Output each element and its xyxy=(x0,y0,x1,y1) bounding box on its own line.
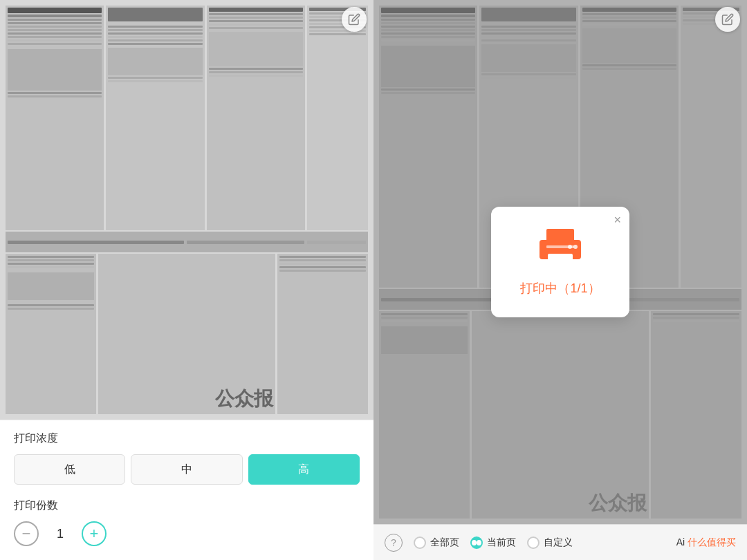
left-edit-button[interactable] xyxy=(342,7,367,32)
print-icon xyxy=(533,227,588,269)
radio-custom[interactable]: 自定义 xyxy=(527,536,573,549)
radio-current-page[interactable]: 当前页 xyxy=(470,536,516,549)
radio-current-label: 当前页 xyxy=(487,536,516,549)
density-low-button[interactable]: 低 xyxy=(14,454,125,485)
right-panel: 公众报 × xyxy=(374,0,747,560)
print-dialog: × 打印中（1/1） xyxy=(491,207,629,317)
radio-custom-circle xyxy=(527,536,540,549)
density-mid-button[interactable]: 中 xyxy=(131,454,242,485)
left-newspaper-preview: 公众报 xyxy=(0,0,374,420)
print-status-text: 打印中（1/1） xyxy=(520,280,600,297)
help-button[interactable]: ? xyxy=(385,534,403,552)
right-edit-button[interactable] xyxy=(715,7,740,32)
dialog-close-button[interactable]: × xyxy=(614,214,621,226)
density-label: 打印浓度 xyxy=(14,431,360,446)
density-buttons-group: 低 中 高 xyxy=(14,454,360,485)
svg-rect-0 xyxy=(546,229,574,241)
radio-current-circle xyxy=(470,536,483,549)
copies-decrease-button[interactable]: − xyxy=(14,521,39,546)
radio-custom-label: 自定义 xyxy=(544,536,573,549)
copies-control: − 1 + xyxy=(14,521,360,546)
print-settings-panel: 打印浓度 低 中 高 打印份数 − 1 + xyxy=(0,420,374,560)
svg-point-4 xyxy=(573,245,578,249)
right-bottom-bar: ? 全部页 当前页 自定义 Ai 什么值得买 xyxy=(374,524,747,560)
copies-increase-button[interactable]: + xyxy=(82,521,107,546)
left-panel: 公众报 打印浓度 低 中 高 xyxy=(0,0,374,560)
copies-value: 1 xyxy=(50,527,71,541)
radio-all-label: 全部页 xyxy=(430,536,459,549)
copies-label: 打印份数 xyxy=(14,498,360,513)
radio-all-circle xyxy=(414,536,426,549)
svg-rect-3 xyxy=(548,254,573,263)
radio-all-pages[interactable]: 全部页 xyxy=(414,536,459,549)
right-newspaper-preview: 公众报 × xyxy=(374,0,747,524)
density-high-button[interactable]: 高 xyxy=(248,454,360,485)
brand-text: Ai 什么值得买 xyxy=(676,536,736,549)
svg-point-5 xyxy=(568,245,572,249)
